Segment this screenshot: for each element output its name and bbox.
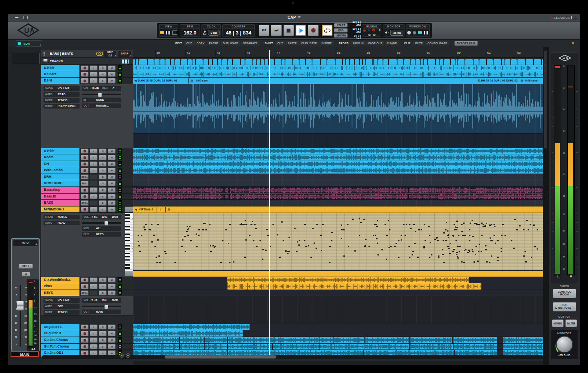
midi-note[interactable] <box>283 240 284 241</box>
midi-note[interactable] <box>210 251 212 252</box>
track-name[interactable]: DRM COMP <box>41 180 80 186</box>
clip-segment[interactable] <box>327 59 335 65</box>
audio-clip[interactable] <box>205 337 227 343</box>
midi-note[interactable] <box>457 257 459 259</box>
clip-segment[interactable] <box>196 59 202 65</box>
bus-lane[interactable] <box>133 180 543 187</box>
setting-row[interactable]: SHOWNOTES <box>44 215 80 219</box>
midi-note[interactable] <box>289 237 290 238</box>
midi-transpose-icon[interactable]: ↑↓↑ <box>158 208 163 211</box>
record-arm-button[interactable] <box>81 344 89 349</box>
clip-segment[interactable] <box>456 59 458 65</box>
bus-lane[interactable] <box>133 290 543 296</box>
midi-note[interactable] <box>412 254 413 255</box>
midi-note[interactable] <box>489 225 491 226</box>
midi-note[interactable] <box>447 230 448 232</box>
clip-segment[interactable] <box>424 59 427 65</box>
columns-icon[interactable] <box>122 59 129 64</box>
midi-note[interactable] <box>365 245 366 246</box>
midi-note[interactable] <box>368 246 370 247</box>
midi-note[interactable] <box>401 239 402 241</box>
input-button[interactable]: I <box>90 161 98 167</box>
mute-button[interactable]: M <box>108 174 116 179</box>
midi-note[interactable] <box>157 239 159 241</box>
midi-note[interactable] <box>241 223 242 224</box>
clip-segment[interactable] <box>285 59 293 65</box>
midi-note[interactable] <box>249 235 250 236</box>
clip-segment[interactable] <box>428 59 435 65</box>
track-row[interactable]: OHISM <box>41 161 133 167</box>
setting-row[interactable]: AUTOOFF <box>44 304 80 309</box>
midi-note[interactable] <box>408 246 410 247</box>
stop-button[interactable] <box>283 25 294 36</box>
midi-note[interactable] <box>281 221 283 223</box>
midi-note[interactable] <box>377 254 379 255</box>
midi-note[interactable] <box>469 240 470 241</box>
midi-note[interactable] <box>343 255 345 257</box>
midi-note[interactable] <box>376 238 377 239</box>
midi-note[interactable] <box>454 224 455 225</box>
midi-note[interactable] <box>304 224 306 225</box>
mute-button[interactable]: M <box>108 155 116 160</box>
mute-button[interactable]: M <box>108 200 116 206</box>
midi-note[interactable] <box>331 232 333 233</box>
audio-clip-lane[interactable] <box>133 71 543 78</box>
midi-note[interactable] <box>329 262 330 263</box>
record-button[interactable] <box>308 25 318 36</box>
mute-button[interactable]: M <box>108 344 116 349</box>
start-value[interactable]: 30 | 1 | 480 <box>349 20 361 27</box>
midi-note[interactable] <box>267 235 269 236</box>
midi-note[interactable] <box>210 245 211 246</box>
midi-note[interactable] <box>272 224 274 225</box>
mute-output-button[interactable]: MUTE <box>565 319 577 327</box>
global-mute-button[interactable]: M <box>368 33 371 36</box>
midi-note[interactable] <box>526 220 528 221</box>
clip-name[interactable]: D.HH-08-08-DUPL-02-DUPL-02 <box>478 79 517 82</box>
midi-note[interactable] <box>409 257 410 258</box>
clip-segment[interactable] <box>275 59 281 65</box>
main-bus-label[interactable]: MAIN <box>11 351 39 357</box>
midi-note[interactable] <box>398 240 399 241</box>
list-view-icon[interactable] <box>160 31 164 32</box>
midi-note[interactable] <box>341 229 343 230</box>
toolbar-item[interactable]: MUTE <box>413 41 425 45</box>
midi-note[interactable] <box>525 261 527 263</box>
midi-note[interactable] <box>489 262 490 263</box>
volume-row[interactable]: VOL-7 dB100L100R <box>82 298 121 303</box>
midi-note[interactable] <box>347 224 348 225</box>
clip-segment[interactable] <box>494 59 501 65</box>
setting-row[interactable]: SHOWVOLUME <box>44 86 80 91</box>
midi-note[interactable] <box>316 224 318 225</box>
toolbar-item[interactable]: DUPLICATE <box>221 41 240 45</box>
midi-tools-icon[interactable] <box>125 206 133 212</box>
scrollbar-handle[interactable] <box>544 51 547 148</box>
midi-note[interactable] <box>474 223 476 224</box>
solo-button[interactable]: S <box>99 161 107 167</box>
mute-button[interactable]: M <box>108 161 116 167</box>
midi-note[interactable] <box>450 243 451 244</box>
midi-note[interactable] <box>462 235 463 236</box>
track-name[interactable]: BASS <box>41 200 80 206</box>
grid-button[interactable]: GRID/16 <box>104 51 116 57</box>
audio-clip-lane[interactable] <box>133 161 543 167</box>
record-arm-button[interactable] <box>81 187 89 193</box>
midi-note[interactable] <box>373 235 374 236</box>
track-row[interactable]: virusISM <box>41 283 133 290</box>
midi-note[interactable] <box>250 224 252 225</box>
midi-note[interactable] <box>405 235 406 236</box>
mute-button[interactable]: M <box>108 331 116 336</box>
mute-button[interactable]: M <box>108 168 116 173</box>
input-button[interactable]: I <box>90 194 98 199</box>
piano-keyboard[interactable]: C5C4 <box>125 213 134 271</box>
midi-note[interactable] <box>396 243 397 244</box>
midi-note[interactable] <box>421 229 422 230</box>
midi-note[interactable] <box>442 254 444 255</box>
midi-note[interactable] <box>316 248 317 249</box>
midi-note[interactable] <box>409 224 410 225</box>
vertical-scrollbar[interactable] <box>543 47 549 365</box>
midi-note[interactable] <box>390 246 392 247</box>
track-name[interactable]: D.Kick <box>41 65 80 71</box>
clip-segment[interactable] <box>133 59 135 65</box>
link-icon[interactable] <box>96 51 103 56</box>
mute-button[interactable]: M <box>108 72 116 77</box>
